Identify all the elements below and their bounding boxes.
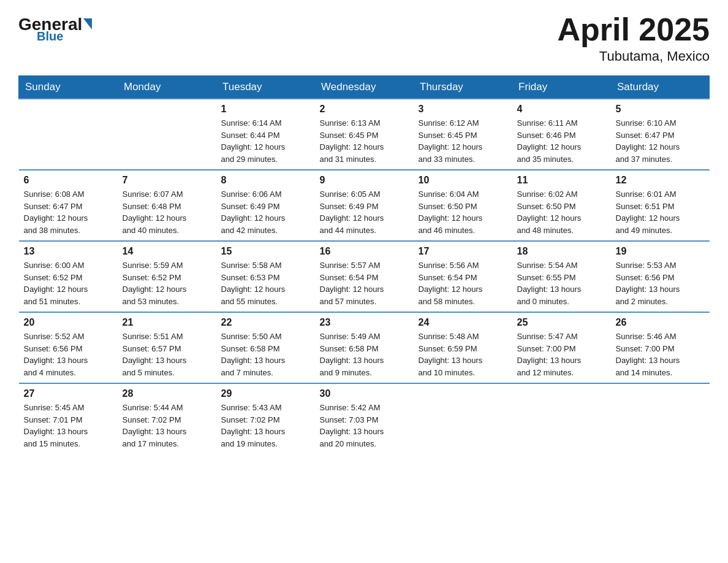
day-number: 25 [517, 317, 606, 328]
day-number: 23 [320, 317, 409, 328]
table-row: 16Sunrise: 5:57 AMSunset: 6:54 PMDayligh… [315, 241, 414, 312]
day-number: 9 [320, 175, 409, 186]
col-friday: Friday [512, 76, 611, 99]
day-info: Sunrise: 5:58 AMSunset: 6:53 PMDaylight:… [221, 259, 310, 307]
logo: General Blue [18, 12, 92, 44]
table-row: 30Sunrise: 5:42 AMSunset: 7:03 PMDayligh… [315, 383, 414, 454]
day-number: 19 [616, 246, 705, 257]
day-info: Sunrise: 5:47 AMSunset: 7:00 PMDaylight:… [517, 331, 606, 378]
table-row: 7Sunrise: 6:07 AMSunset: 6:48 PMDaylight… [118, 170, 216, 241]
day-number: 14 [123, 246, 211, 257]
table-row: 6Sunrise: 6:08 AMSunset: 6:47 PMDaylight… [19, 170, 118, 241]
day-info: Sunrise: 5:59 AMSunset: 6:52 PMDaylight:… [123, 259, 211, 307]
day-info: Sunrise: 6:04 AMSunset: 6:50 PMDaylight:… [419, 188, 507, 236]
calendar-week-row: 13Sunrise: 6:00 AMSunset: 6:52 PMDayligh… [19, 241, 710, 312]
table-row: 19Sunrise: 5:53 AMSunset: 6:56 PMDayligh… [611, 241, 710, 312]
table-row [414, 383, 512, 454]
table-row: 15Sunrise: 5:58 AMSunset: 6:53 PMDayligh… [216, 241, 315, 312]
day-info: Sunrise: 6:02 AMSunset: 6:50 PMDaylight:… [517, 188, 606, 236]
table-row: 3Sunrise: 6:12 AMSunset: 6:45 PMDaylight… [414, 99, 512, 170]
month-year-title: April 2025 [557, 12, 710, 47]
day-info: Sunrise: 6:11 AMSunset: 6:46 PMDaylight:… [517, 117, 606, 165]
calendar-week-row: 1Sunrise: 6:14 AMSunset: 6:44 PMDaylight… [19, 99, 710, 170]
day-number: 4 [517, 104, 606, 115]
day-number: 15 [221, 246, 310, 257]
table-row: 24Sunrise: 5:48 AMSunset: 6:59 PMDayligh… [414, 312, 512, 383]
table-row: 12Sunrise: 6:01 AMSunset: 6:51 PMDayligh… [611, 170, 710, 241]
day-info: Sunrise: 6:13 AMSunset: 6:45 PMDaylight:… [320, 117, 409, 165]
col-tuesday: Tuesday [216, 76, 315, 99]
table-row: 25Sunrise: 5:47 AMSunset: 7:00 PMDayligh… [512, 312, 611, 383]
col-wednesday: Wednesday [315, 76, 414, 99]
table-row: 20Sunrise: 5:52 AMSunset: 6:56 PMDayligh… [19, 312, 118, 383]
table-row: 4Sunrise: 6:11 AMSunset: 6:46 PMDaylight… [512, 99, 611, 170]
day-info: Sunrise: 5:46 AMSunset: 7:00 PMDaylight:… [616, 331, 705, 378]
day-number: 24 [419, 317, 507, 328]
day-info: Sunrise: 5:44 AMSunset: 7:02 PMDaylight:… [123, 402, 211, 450]
title-block: April 2025 Tubutama, Mexico [557, 12, 710, 64]
day-info: Sunrise: 6:00 AMSunset: 6:52 PMDaylight:… [24, 259, 113, 307]
day-info: Sunrise: 6:06 AMSunset: 6:49 PMDaylight:… [221, 188, 310, 236]
col-thursday: Thursday [414, 76, 512, 99]
day-number: 22 [221, 317, 310, 328]
day-info: Sunrise: 6:05 AMSunset: 6:49 PMDaylight:… [320, 188, 409, 236]
day-info: Sunrise: 5:53 AMSunset: 6:56 PMDaylight:… [616, 259, 705, 307]
page-header: General Blue April 2025 Tubutama, Mexico [18, 12, 710, 64]
day-info: Sunrise: 5:45 AMSunset: 7:01 PMDaylight:… [24, 402, 113, 450]
day-number: 2 [320, 104, 409, 115]
table-row: 26Sunrise: 5:46 AMSunset: 7:00 PMDayligh… [611, 312, 710, 383]
day-info: Sunrise: 5:43 AMSunset: 7:02 PMDaylight:… [221, 402, 310, 450]
calendar-header-row: Sunday Monday Tuesday Wednesday Thursday… [19, 76, 710, 99]
day-number: 3 [419, 104, 507, 115]
day-number: 10 [419, 175, 507, 186]
col-monday: Monday [118, 76, 216, 99]
table-row: 10Sunrise: 6:04 AMSunset: 6:50 PMDayligh… [414, 170, 512, 241]
day-number: 30 [320, 388, 409, 399]
table-row: 23Sunrise: 5:49 AMSunset: 6:58 PMDayligh… [315, 312, 414, 383]
table-row: 17Sunrise: 5:56 AMSunset: 6:54 PMDayligh… [414, 241, 512, 312]
day-info: Sunrise: 6:08 AMSunset: 6:47 PMDaylight:… [24, 188, 113, 236]
day-info: Sunrise: 5:56 AMSunset: 6:54 PMDaylight:… [419, 259, 507, 307]
table-row: 21Sunrise: 5:51 AMSunset: 6:57 PMDayligh… [118, 312, 216, 383]
day-info: Sunrise: 6:12 AMSunset: 6:45 PMDaylight:… [419, 117, 507, 165]
day-info: Sunrise: 5:54 AMSunset: 6:55 PMDaylight:… [517, 259, 606, 307]
day-info: Sunrise: 6:10 AMSunset: 6:47 PMDaylight:… [616, 117, 705, 165]
table-row [611, 383, 710, 454]
day-info: Sunrise: 5:57 AMSunset: 6:54 PMDaylight:… [320, 259, 409, 307]
table-row: 9Sunrise: 6:05 AMSunset: 6:49 PMDaylight… [315, 170, 414, 241]
table-row: 11Sunrise: 6:02 AMSunset: 6:50 PMDayligh… [512, 170, 611, 241]
table-row: 1Sunrise: 6:14 AMSunset: 6:44 PMDaylight… [216, 99, 315, 170]
day-number: 11 [517, 175, 606, 186]
day-info: Sunrise: 5:52 AMSunset: 6:56 PMDaylight:… [24, 331, 113, 378]
col-saturday: Saturday [611, 76, 710, 99]
day-number: 7 [123, 175, 211, 186]
day-number: 29 [221, 388, 310, 399]
table-row: 29Sunrise: 5:43 AMSunset: 7:02 PMDayligh… [216, 383, 315, 454]
table-row [118, 99, 216, 170]
table-row [512, 383, 611, 454]
logo-blue-text: Blue [37, 29, 63, 44]
day-number: 13 [24, 246, 113, 257]
day-number: 26 [616, 317, 705, 328]
day-number: 12 [616, 175, 705, 186]
day-number: 28 [123, 388, 211, 399]
day-info: Sunrise: 6:07 AMSunset: 6:48 PMDaylight:… [123, 188, 211, 236]
table-row: 28Sunrise: 5:44 AMSunset: 7:02 PMDayligh… [118, 383, 216, 454]
calendar-week-row: 20Sunrise: 5:52 AMSunset: 6:56 PMDayligh… [19, 312, 710, 383]
logo-triangle-icon [83, 18, 92, 29]
table-row: 8Sunrise: 6:06 AMSunset: 6:49 PMDaylight… [216, 170, 315, 241]
table-row: 13Sunrise: 6:00 AMSunset: 6:52 PMDayligh… [19, 241, 118, 312]
table-row: 18Sunrise: 5:54 AMSunset: 6:55 PMDayligh… [512, 241, 611, 312]
table-row: 5Sunrise: 6:10 AMSunset: 6:47 PMDaylight… [611, 99, 710, 170]
day-info: Sunrise: 5:51 AMSunset: 6:57 PMDaylight:… [123, 331, 211, 378]
calendar-week-row: 27Sunrise: 5:45 AMSunset: 7:01 PMDayligh… [19, 383, 710, 454]
day-info: Sunrise: 6:01 AMSunset: 6:51 PMDaylight:… [616, 188, 705, 236]
day-info: Sunrise: 5:49 AMSunset: 6:58 PMDaylight:… [320, 331, 409, 378]
day-info: Sunrise: 6:14 AMSunset: 6:44 PMDaylight:… [221, 117, 310, 165]
day-number: 17 [419, 246, 507, 257]
day-info: Sunrise: 5:48 AMSunset: 6:59 PMDaylight:… [419, 331, 507, 378]
day-number: 5 [616, 104, 705, 115]
table-row: 22Sunrise: 5:50 AMSunset: 6:58 PMDayligh… [216, 312, 315, 383]
table-row: 2Sunrise: 6:13 AMSunset: 6:45 PMDaylight… [315, 99, 414, 170]
day-number: 1 [221, 104, 310, 115]
